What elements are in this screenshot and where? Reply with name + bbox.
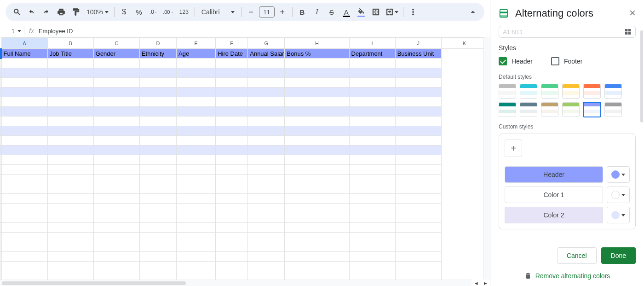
column-header-H[interactable]: H (285, 38, 349, 49)
cell-B18[interactable] (1, 213, 47, 223)
column-header-A[interactable]: A (1, 38, 47, 49)
cell-D20[interactable] (93, 233, 139, 242)
cell-G17[interactable] (216, 204, 248, 213)
cell-J19[interactable] (349, 223, 395, 233)
cell-F15[interactable] (177, 184, 216, 194)
cell-D7[interactable] (93, 107, 139, 117)
cell-F3[interactable] (177, 68, 216, 78)
cell-J17[interactable] (349, 204, 395, 213)
cell-K7[interactable] (395, 107, 441, 117)
cell-F7[interactable] (177, 107, 216, 117)
cell-F1[interactable]: Age (177, 49, 216, 58)
cell-B4[interactable] (1, 78, 47, 88)
fill-color-icon[interactable] (354, 5, 368, 19)
font-size-input[interactable]: 11 (259, 6, 275, 18)
cell-K22[interactable] (395, 252, 441, 262)
column-header-B[interactable]: B (47, 38, 93, 49)
cell-H16[interactable] (248, 194, 285, 204)
cell-J4[interactable] (349, 78, 395, 88)
scroll-right-icon[interactable]: ▸ (481, 280, 490, 286)
horizontal-scrollbar[interactable] (0, 280, 472, 286)
cell-I12[interactable] (285, 155, 349, 165)
cell-E6[interactable] (139, 97, 176, 107)
cell-E15[interactable] (139, 184, 176, 194)
cell-K21[interactable] (395, 242, 441, 252)
cell-I9[interactable] (285, 126, 349, 136)
cell-G10[interactable] (216, 136, 248, 146)
cell-I18[interactable] (285, 213, 349, 223)
cell-I19[interactable] (285, 223, 349, 233)
cell-J11[interactable] (349, 146, 395, 155)
style-swatch-11[interactable] (604, 102, 622, 117)
paint-format-icon[interactable] (69, 5, 83, 19)
cell-F21[interactable] (177, 242, 216, 252)
cell-I20[interactable] (285, 233, 349, 242)
cell-F4[interactable] (177, 78, 216, 88)
cell-C10[interactable] (47, 136, 93, 146)
cell-K10[interactable] (395, 136, 441, 146)
cell-I10[interactable] (285, 136, 349, 146)
cell-G18[interactable] (216, 213, 248, 223)
format-123-icon[interactable]: 123 (176, 5, 192, 19)
currency-icon[interactable]: $ (117, 5, 131, 19)
cell-J10[interactable] (349, 136, 395, 146)
style-swatch-3[interactable] (562, 84, 580, 99)
cell-B5[interactable] (1, 88, 47, 97)
cell-I2[interactable] (285, 58, 349, 68)
cell-C18[interactable] (47, 213, 93, 223)
cell-J8[interactable] (349, 117, 395, 126)
cell-C4[interactable] (47, 78, 93, 88)
cell-E9[interactable] (139, 126, 176, 136)
cell-C15[interactable] (47, 184, 93, 194)
style-swatch-10[interactable] (583, 102, 601, 117)
cell-H4[interactable] (248, 78, 285, 88)
cell-B2[interactable] (1, 58, 47, 68)
cell-K2[interactable] (395, 58, 441, 68)
cell-C2[interactable] (47, 58, 93, 68)
cell-E4[interactable] (139, 78, 176, 88)
borders-icon[interactable] (369, 5, 383, 19)
cell-J13[interactable] (349, 165, 395, 175)
cell-E11[interactable] (139, 146, 176, 155)
vertical-scrollbar[interactable] (483, 37, 490, 280)
cell-F12[interactable] (177, 155, 216, 165)
cell-H7[interactable] (248, 107, 285, 117)
cell-B3[interactable] (1, 68, 47, 78)
cell-E2[interactable] (139, 58, 176, 68)
cell-K11[interactable] (395, 146, 441, 155)
more-icon[interactable] (406, 5, 420, 19)
font-family-select[interactable]: Calibri (198, 8, 238, 16)
cell-H19[interactable] (248, 223, 285, 233)
cell-H20[interactable] (248, 233, 285, 242)
cell-F23[interactable] (177, 262, 216, 271)
cell-F5[interactable] (177, 88, 216, 97)
decrease-font-icon[interactable]: − (244, 5, 258, 19)
cell-C14[interactable] (47, 175, 93, 184)
cell-G21[interactable] (216, 242, 248, 252)
cell-C7[interactable] (47, 107, 93, 117)
redo-icon[interactable] (40, 5, 53, 19)
cell-G14[interactable] (216, 175, 248, 184)
style-swatch-6[interactable] (499, 102, 516, 117)
cell-E20[interactable] (139, 233, 176, 242)
cell-J16[interactable] (349, 194, 395, 204)
cell-G7[interactable] (216, 107, 248, 117)
cell-K1[interactable]: Business Unit (395, 49, 441, 58)
cell-E7[interactable] (139, 107, 176, 117)
remove-alternating-colors-button[interactable]: Remove alternating colors (490, 268, 644, 286)
cell-H5[interactable] (248, 88, 285, 97)
cell-D2[interactable] (93, 58, 139, 68)
color1-picker[interactable] (607, 187, 630, 203)
cell-J7[interactable] (349, 107, 395, 117)
cell-C12[interactable] (47, 155, 93, 165)
cell-B8[interactable] (1, 117, 47, 126)
cell-K14[interactable] (395, 175, 441, 184)
sidebar-scrollbar[interactable] (639, 29, 644, 286)
cell-D9[interactable] (93, 126, 139, 136)
cell-F17[interactable] (177, 204, 216, 213)
collapse-toolbar-icon[interactable] (466, 5, 480, 19)
cell-H18[interactable] (248, 213, 285, 223)
cell-K4[interactable] (395, 78, 441, 88)
cell-G9[interactable] (216, 126, 248, 136)
style-swatch-4[interactable] (583, 84, 601, 99)
